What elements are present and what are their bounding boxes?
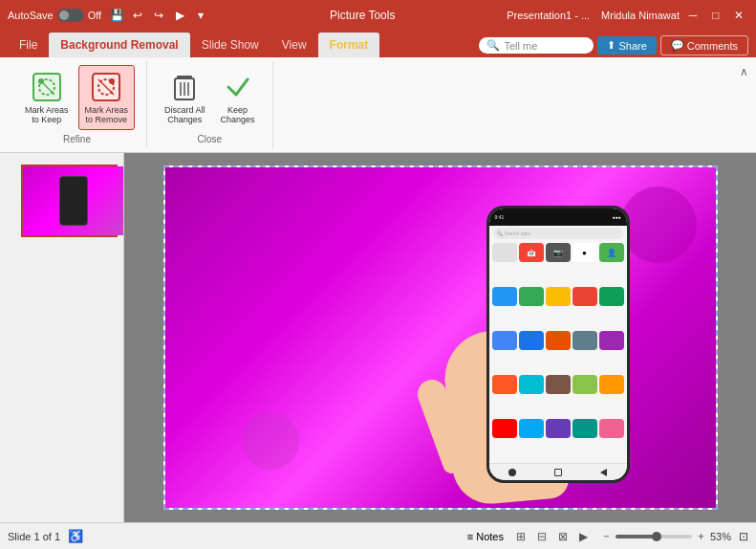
ribbon-group-refine: Mark Areasto Keep Mark Areasto Remove Re… xyxy=(8,61,147,148)
discard-icon xyxy=(167,70,202,104)
autosave-label: AutoSave xyxy=(8,10,54,21)
presentation-title: Presentation1 - ... xyxy=(507,10,590,21)
mark-keep-label: Mark Areasto Keep xyxy=(25,106,69,125)
search-placeholder: Tell me xyxy=(504,40,537,52)
share-icon: ⬆ xyxy=(607,39,616,52)
ribbon-content: Mark Areasto Keep Mark Areasto Remove Re… xyxy=(0,57,756,153)
svg-point-3 xyxy=(38,78,44,84)
mark-areas-keep-button[interactable]: Mark Areasto Keep xyxy=(19,66,75,129)
zoom-level: 53% xyxy=(710,531,731,542)
notes-icon: ≡ xyxy=(467,531,473,542)
slide-sorter-button[interactable]: ⊟ xyxy=(532,527,551,546)
keep-label: KeepChanges xyxy=(221,106,255,125)
refine-buttons: Mark Areasto Keep Mark Areasto Remove xyxy=(19,65,135,130)
discard-changes-button[interactable]: Discard AllChanges xyxy=(159,66,211,129)
keep-changes-button[interactable]: KeepChanges xyxy=(215,66,261,129)
zoom-thumb[interactable] xyxy=(652,532,661,541)
thumb-phone xyxy=(59,176,88,226)
quick-access: 💾 ↩ ↪ ▶ ▾ xyxy=(107,6,210,25)
zoom-slider[interactable] xyxy=(616,535,692,538)
reading-view-button[interactable]: ⊠ xyxy=(553,527,572,546)
canvas-area: 9:41 ●●● 🔍 Search apps xyxy=(124,153,756,522)
ribbon-right: 🔍 Tell me ⬆ Share 💬 Comments xyxy=(479,35,748,57)
title-bar-left: AutoSave Off 💾 ↩ ↪ ▶ ▾ xyxy=(8,6,218,25)
slide-panel: 1 xyxy=(0,153,124,522)
tab-file[interactable]: File xyxy=(8,33,49,57)
refine-group-label: Refine xyxy=(63,130,91,144)
status-bar: Slide 1 of 1 ♿ ≡ Notes ⊞ ⊟ ⊠ ▶ － ＋ 53% ⊡ xyxy=(0,522,756,549)
mark-areas-remove-button[interactable]: Mark Areasto Remove xyxy=(78,65,136,130)
tab-slideshow[interactable]: Slide Show xyxy=(190,33,270,57)
comments-button[interactable]: 💬 Comments xyxy=(660,35,748,55)
mark-remove-label: Mark Areasto Remove xyxy=(85,106,129,125)
undo-icon[interactable]: ↩ xyxy=(128,6,147,25)
autosave-toggle[interactable] xyxy=(57,9,84,22)
collapse-icon[interactable]: ∧ xyxy=(740,65,748,78)
bg-blob-2 xyxy=(242,412,299,470)
user-name: Mridula Nimawat xyxy=(601,10,680,21)
title-bar-right: Presentation1 - ... Mridula Nimawat ─ □ … xyxy=(507,6,748,25)
share-button[interactable]: ⬆ Share xyxy=(597,36,656,55)
tab-format[interactable]: Format xyxy=(318,33,380,57)
search-icon: 🔍 xyxy=(486,39,500,52)
slide-thumbnail[interactable] xyxy=(21,165,118,237)
redo-icon[interactable]: ↪ xyxy=(149,6,168,25)
status-right: ≡ Notes ⊞ ⊟ ⊠ ▶ － ＋ 53% ⊡ xyxy=(467,527,748,546)
picture-tools-label: Picture Tools xyxy=(330,9,395,22)
close-buttons: Discard AllChanges KeepChanges xyxy=(159,65,261,130)
discard-label: Discard AllChanges xyxy=(164,106,205,125)
ribbon-collapse: ∧ xyxy=(740,61,748,148)
zoom-bar: － ＋ 53% xyxy=(601,529,731,543)
tell-me-search[interactable]: 🔍 Tell me xyxy=(479,37,594,54)
mark-keep-icon xyxy=(30,70,64,104)
minimize-button[interactable]: ─ xyxy=(683,6,702,25)
slide-canvas[interactable]: 9:41 ●●● 🔍 Search apps xyxy=(163,165,718,510)
slide-thumb-inner xyxy=(23,166,124,235)
save-icon[interactable]: 💾 xyxy=(107,6,126,25)
title-bar-title: Picture Tools xyxy=(330,9,395,22)
keep-icon xyxy=(221,70,255,104)
notes-label: Notes xyxy=(476,531,504,542)
mark-remove-icon xyxy=(89,70,123,104)
close-group-label: Close xyxy=(198,130,223,144)
accessibility-icon: ♿ xyxy=(68,529,83,543)
normal-view-button[interactable]: ⊞ xyxy=(511,527,530,546)
view-buttons: ⊞ ⊟ ⊠ ▶ xyxy=(511,527,594,546)
status-left: Slide 1 of 1 ♿ xyxy=(8,529,83,543)
autosave-state: Off xyxy=(88,10,101,21)
ribbon-group-close: Discard AllChanges KeepChanges Close xyxy=(147,61,273,148)
autosave-knob xyxy=(59,11,69,20)
notes-button[interactable]: ≡ Notes xyxy=(467,531,504,542)
slide-background: 9:41 ●●● 🔍 Search apps xyxy=(165,167,716,508)
zoom-out-icon[interactable]: － xyxy=(601,529,612,543)
ribbon-tab-bar: File Background Removal Slide Show View … xyxy=(0,31,756,57)
customize-icon[interactable]: ▾ xyxy=(191,6,210,25)
zoom-in-icon[interactable]: ＋ xyxy=(696,529,706,543)
autosave: AutoSave Off xyxy=(8,9,101,22)
slide-count: Slide 1 of 1 xyxy=(8,531,60,542)
tab-bg-removal[interactable]: Background Removal xyxy=(49,33,189,57)
fit-slide-button[interactable]: ⊡ xyxy=(739,530,748,543)
zoom-progress xyxy=(616,535,654,538)
present-icon[interactable]: ▶ xyxy=(170,6,189,25)
share-label: Share xyxy=(618,40,646,52)
slideshow-button[interactable]: ▶ xyxy=(574,527,594,546)
tab-view[interactable]: View xyxy=(270,33,318,57)
comments-icon: 💬 xyxy=(671,39,684,52)
svg-point-7 xyxy=(109,78,115,84)
title-bar: AutoSave Off 💾 ↩ ↪ ▶ ▾ Picture Tools Pre… xyxy=(0,0,756,31)
close-button[interactable]: ✕ xyxy=(729,6,748,25)
main-area: 1 xyxy=(0,153,756,522)
maximize-button[interactable]: □ xyxy=(706,6,725,25)
comments-label: Comments xyxy=(687,40,738,52)
